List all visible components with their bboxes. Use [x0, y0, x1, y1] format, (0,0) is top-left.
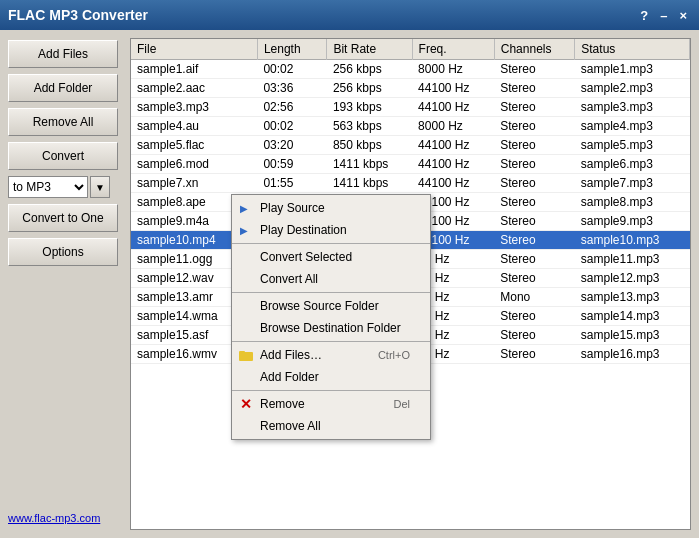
- context-menu-item-label: Add Folder: [260, 370, 319, 384]
- cell-file: sample5.flac: [131, 136, 257, 155]
- cell-status: sample7.mp3: [575, 174, 690, 193]
- context-menu-item-label: Browse Source Folder: [260, 299, 379, 313]
- cell-status: sample16.mp3: [575, 345, 690, 364]
- context-menu-separator: [232, 390, 430, 391]
- cell-channels: Stereo: [494, 79, 575, 98]
- folder-icon: [238, 348, 254, 362]
- col-channels: Channels: [494, 39, 575, 60]
- table-row[interactable]: sample1.aif00:02256 kbps8000 HzStereosam…: [131, 60, 690, 79]
- help-button[interactable]: ?: [636, 8, 652, 23]
- context-menu-shortcut: Del: [393, 398, 410, 410]
- cell-bitrate: 256 kbps: [327, 60, 412, 79]
- add-files-button[interactable]: Add Files: [8, 40, 118, 68]
- cell-status: sample9.mp3: [575, 212, 690, 231]
- convert-to-one-button[interactable]: Convert to One: [8, 204, 118, 232]
- cell-bitrate: 256 kbps: [327, 79, 412, 98]
- context-menu-item-label: Remove: [260, 397, 305, 411]
- minimize-button[interactable]: –: [656, 8, 671, 23]
- cell-status: sample13.mp3: [575, 288, 690, 307]
- format-dropdown-button[interactable]: ▼: [90, 176, 110, 198]
- remove-icon: ✕: [238, 397, 254, 411]
- col-freq: Freq.: [412, 39, 494, 60]
- cell-status: sample12.mp3: [575, 269, 690, 288]
- cell-status: sample15.mp3: [575, 326, 690, 345]
- submenu-arrow-icon: ▶: [240, 225, 248, 236]
- context-menu-item[interactable]: ▶Play Destination: [232, 219, 430, 241]
- cell-channels: Stereo: [494, 212, 575, 231]
- cell-channels: Stereo: [494, 174, 575, 193]
- remove-all-button[interactable]: Remove All: [8, 108, 118, 136]
- cell-length: 03:20: [257, 136, 327, 155]
- context-menu-item[interactable]: Add Folder: [232, 366, 430, 388]
- table-row[interactable]: sample5.flac03:20850 kbps44100 HzStereos…: [131, 136, 690, 155]
- cell-channels: Stereo: [494, 250, 575, 269]
- cell-file: sample7.xn: [131, 174, 257, 193]
- context-menu-item[interactable]: Browse Destination Folder: [232, 317, 430, 339]
- cell-length: 01:55: [257, 174, 327, 193]
- app-title: FLAC MP3 Converter: [8, 7, 148, 23]
- cell-bitrate: 193 kbps: [327, 98, 412, 117]
- cell-channels: Mono: [494, 288, 575, 307]
- cell-status: sample4.mp3: [575, 117, 690, 136]
- cell-file: sample4.au: [131, 117, 257, 136]
- svg-rect-1: [239, 351, 245, 354]
- cell-channels: Stereo: [494, 345, 575, 364]
- cell-status: sample3.mp3: [575, 98, 690, 117]
- context-menu-item[interactable]: ▶Play Source: [232, 197, 430, 219]
- table-row[interactable]: sample6.mod00:591411 kbps44100 HzStereos…: [131, 155, 690, 174]
- cell-file: sample6.mod: [131, 155, 257, 174]
- cell-file: sample1.aif: [131, 60, 257, 79]
- cell-channels: Stereo: [494, 60, 575, 79]
- cell-freq: 8000 Hz: [412, 117, 494, 136]
- context-menu-item[interactable]: Add Files…Ctrl+O: [232, 344, 430, 366]
- cell-channels: Stereo: [494, 307, 575, 326]
- table-row[interactable]: sample7.xn01:551411 kbps44100 HzStereosa…: [131, 174, 690, 193]
- cell-length: 00:59: [257, 155, 327, 174]
- cell-file: sample2.aac: [131, 79, 257, 98]
- context-menu-item-label: Play Destination: [260, 223, 347, 237]
- col-bitrate: Bit Rate: [327, 39, 412, 60]
- add-folder-button[interactable]: Add Folder: [8, 74, 118, 102]
- context-menu-item[interactable]: Convert All: [232, 268, 430, 290]
- cell-status: sample2.mp3: [575, 79, 690, 98]
- context-menu-item-label: Add Files…: [260, 348, 322, 362]
- context-menu-item[interactable]: ✕RemoveDel: [232, 393, 430, 415]
- context-menu-item[interactable]: Remove All: [232, 415, 430, 437]
- context-menu-item-label: Convert Selected: [260, 250, 352, 264]
- format-row: to MP3 to FLAC to WAV to OGG ▼: [8, 176, 118, 198]
- cell-status: sample6.mp3: [575, 155, 690, 174]
- table-row[interactable]: sample2.aac03:36256 kbps44100 HzStereosa…: [131, 79, 690, 98]
- convert-button[interactable]: Convert: [8, 142, 118, 170]
- context-menu-item[interactable]: Convert Selected: [232, 246, 430, 268]
- cell-freq: 44100 Hz: [412, 136, 494, 155]
- cell-freq: 44100 Hz: [412, 98, 494, 117]
- cell-freq: 44100 Hz: [412, 155, 494, 174]
- cell-channels: Stereo: [494, 136, 575, 155]
- cell-channels: Stereo: [494, 117, 575, 136]
- context-menu-item-label: Remove All: [260, 419, 321, 433]
- close-button[interactable]: ×: [675, 8, 691, 23]
- cell-channels: Stereo: [494, 155, 575, 174]
- context-menu-separator: [232, 341, 430, 342]
- context-menu-separator: [232, 292, 430, 293]
- col-length: Length: [257, 39, 327, 60]
- format-select[interactable]: to MP3 to FLAC to WAV to OGG: [8, 176, 88, 198]
- website-link[interactable]: www.flac-mp3.com: [8, 508, 122, 528]
- col-file: File: [131, 39, 257, 60]
- table-row[interactable]: sample4.au00:02563 kbps8000 HzStereosamp…: [131, 117, 690, 136]
- context-menu-item-label: Browse Destination Folder: [260, 321, 401, 335]
- context-menu-item[interactable]: Browse Source Folder: [232, 295, 430, 317]
- cell-bitrate: 850 kbps: [327, 136, 412, 155]
- cell-length: 02:56: [257, 98, 327, 117]
- cell-bitrate: 563 kbps: [327, 117, 412, 136]
- cell-channels: Stereo: [494, 269, 575, 288]
- cell-channels: Stereo: [494, 193, 575, 212]
- options-button[interactable]: Options: [8, 238, 118, 266]
- context-menu-item-label: Play Source: [260, 201, 325, 215]
- cell-freq: 44100 Hz: [412, 79, 494, 98]
- cell-freq: 8000 Hz: [412, 60, 494, 79]
- table-row[interactable]: sample3.mp302:56193 kbps44100 HzStereosa…: [131, 98, 690, 117]
- context-menu-item-label: Convert All: [260, 272, 318, 286]
- cell-status: sample10.mp3: [575, 231, 690, 250]
- cell-length: 00:02: [257, 117, 327, 136]
